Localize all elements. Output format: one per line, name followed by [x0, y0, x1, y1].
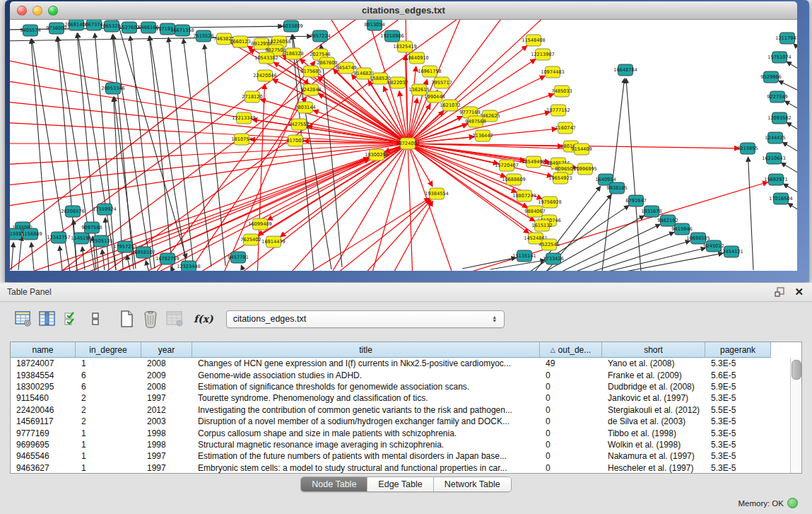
graph-node[interactable]: 12213349 [232, 112, 256, 124]
graph-node[interactable]: 16961758 [418, 66, 442, 77]
graph-node[interactable]: 8660123 [230, 36, 250, 47]
zoom-window-icon[interactable] [48, 6, 58, 16]
select-rows-checklist-icon[interactable] [61, 308, 82, 329]
tab-network-table[interactable]: Network Table [434, 477, 511, 491]
column-header-short[interactable]: short [602, 342, 705, 358]
graph-node[interactable]: 18777152 [546, 105, 570, 116]
table-column-icon[interactable] [37, 308, 58, 329]
function-builder-icon[interactable]: f(x) [194, 313, 213, 325]
graph-node[interactable]: 1160747 [555, 122, 575, 134]
graph-node[interactable]: 917003 [286, 135, 304, 146]
table-settings-icon[interactable] [13, 308, 34, 329]
table-row[interactable]: 1938455462009Genome-wide association stu… [11, 369, 801, 380]
graph-node[interactable]: 2867608 [317, 57, 337, 69]
graph-node[interactable]: 9457791 [228, 252, 248, 263]
graph-node[interactable]: 8175685 [300, 66, 321, 77]
graph-node[interactable]: 2718120 [242, 91, 262, 103]
graph-node[interactable]: 16033809 [279, 21, 303, 32]
graph-node[interactable]: 9242848 [300, 84, 321, 95]
table-row[interactable]: 946554611997Estimation of the future num… [11, 450, 801, 462]
column-header-title[interactable]: title [192, 342, 540, 358]
graph-node[interactable]: 16099489 [248, 218, 272, 230]
graph-node[interactable]: 7485033 [551, 86, 572, 97]
graph-node[interactable]: 9497568 [465, 116, 486, 127]
graph-node[interactable]: 11548408 [522, 35, 546, 46]
graph-node[interactable]: 12213987 [531, 49, 555, 60]
graph-node[interactable]: 20206576 [61, 206, 85, 217]
graph-node[interactable]: 1733426 [543, 253, 563, 264]
tab-edge-table[interactable]: Edge Table [367, 477, 433, 491]
table-header-row[interactable]: namein_degreeyeartitle△out_de...shortpag… [11, 342, 801, 358]
graph-node[interactable]: 7625402 [240, 234, 261, 245]
delete-trash-icon[interactable] [140, 308, 161, 329]
row-height-icon[interactable] [85, 308, 106, 329]
node-table[interactable]: namein_degreeyeartitle△out_de...shortpag… [10, 341, 802, 474]
graph-node[interactable]: 9154409 [571, 144, 592, 155]
graph-node[interactable]: 1810754 [231, 134, 252, 145]
network-graph-canvas[interactable]: 1872400794055749736007206914061067374110… [10, 20, 797, 271]
close-window-icon[interactable] [17, 6, 27, 16]
graph-node[interactable]: 8215955 [737, 143, 758, 154]
graph-node[interactable]: 19218906 [380, 30, 404, 42]
close-panel-icon[interactable]: ✕ [794, 286, 804, 298]
graph-node[interactable]: 8186328 [283, 48, 303, 59]
graph-node[interactable]: 9227349 [767, 91, 787, 103]
graph-node[interactable]: 4522546 [539, 239, 559, 250]
graph-node[interactable]: 1527602 [119, 22, 139, 33]
float-panel-icon[interactable] [774, 286, 785, 298]
graph-node[interactable]: 12342757 [47, 232, 71, 243]
column-header-year[interactable]: year [141, 342, 192, 358]
tab-node-table[interactable]: Node Table [301, 477, 367, 491]
graph-node[interactable]: 12323448 [177, 261, 201, 271]
graph-node[interactable]: 1244415 [765, 132, 785, 144]
graph-node[interactable]: 15135141 [512, 250, 536, 262]
table-row[interactable]: 977716911998Corpus callosum shape and si… [11, 427, 801, 438]
table-row[interactable]: 1872400712008Changes of HCN gene express… [11, 358, 801, 369]
new-file-icon[interactable] [116, 308, 137, 329]
graph-node[interactable]: 8813054 [364, 20, 384, 30]
network-window-titlebar[interactable]: citations_edges.txt [10, 1, 797, 20]
minimize-window-icon[interactable] [33, 6, 42, 16]
graph-node[interactable]: 18549492 [522, 156, 546, 168]
table-row[interactable]: 1830029562008Estimation of significance … [11, 381, 801, 392]
graph-node[interactable]: 16648784 [613, 64, 637, 76]
graph-node[interactable]: 19384554 [425, 188, 449, 199]
graph-node[interactable]: 9938165 [606, 182, 627, 194]
graph-node[interactable]: 12093582 [767, 112, 792, 124]
column-header-in_degree[interactable]: in_degree [76, 342, 141, 358]
graph-node[interactable]: 8822037 [387, 77, 408, 88]
graph-node[interactable]: 1931678 [641, 206, 661, 217]
graph-node[interactable]: 1621072 [440, 100, 460, 111]
graph-node[interactable]: 6791947 [625, 195, 646, 206]
graph-node[interactable]: 17359924 [93, 204, 117, 215]
graph-node[interactable]: 12117943 [775, 33, 797, 44]
table-row[interactable]: 2242004622012Investigating the contribut… [11, 404, 801, 416]
graph-node[interactable]: 2803144 [295, 102, 315, 113]
graph-node[interactable]: 7955717 [431, 77, 452, 88]
graph-node[interactable]: 9097588 [81, 222, 102, 233]
column-header-name[interactable]: name [11, 342, 76, 358]
graph-node[interactable]: 15751074 [767, 52, 792, 63]
table-row[interactable]: 946362711997Embryonic stem cells: a mode… [11, 462, 801, 474]
graph-node[interactable]: 7857224 [310, 30, 330, 42]
graph-node[interactable]: 1990448 [424, 91, 445, 103]
graph-node[interactable]: 15692971 [764, 174, 788, 185]
graph-node[interactable]: 15720407 [495, 160, 519, 171]
table-row[interactable]: 911546021997Tourette syndrome. Phenomeno… [11, 392, 801, 404]
table-vertical-scrollbar[interactable] [790, 358, 801, 473]
graph-node[interactable]: 2136442 [472, 130, 493, 141]
graph-node[interactable]: 1615132 [531, 220, 552, 231]
graph-node[interactable]: 9329966 [760, 71, 781, 83]
graph-node[interactable]: 16914479 [261, 236, 286, 247]
column-header-pagerank[interactable]: pagerank [705, 342, 771, 358]
graph-node[interactable]: 17016504 [769, 193, 793, 204]
graph-node[interactable]: 7515526 [193, 30, 213, 42]
table-row[interactable]: 1456911722003Disruption of a novel membe… [11, 416, 801, 427]
column-header-out_de[interactable]: △out_de... [540, 342, 602, 358]
graph-node[interactable]: 10996995 [573, 163, 597, 175]
scrollbar-thumb[interactable] [792, 360, 801, 380]
graph-node[interactable]: 9405574 [20, 25, 40, 36]
table-row[interactable]: 969969511998Structural magnetic resonanc… [11, 439, 801, 450]
table-selector-dropdown[interactable]: citations_edges.txt ▲▼ [226, 310, 505, 328]
graph-node[interactable]: 16210643 [762, 153, 786, 164]
